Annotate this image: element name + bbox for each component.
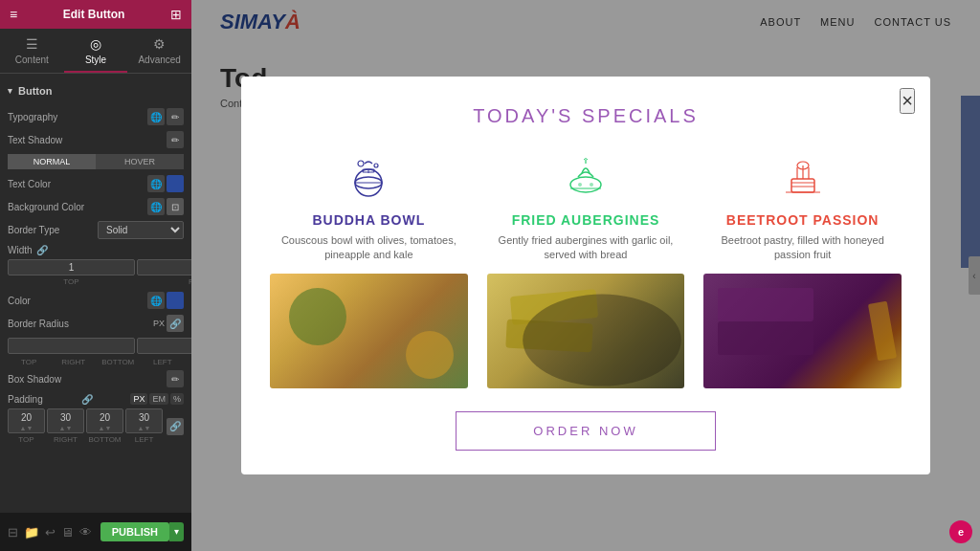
footer-icons: ⊟ 📁 ↩ 🖥 👁 (8, 525, 92, 540)
section-title: Button (18, 85, 52, 97)
tab-content-label: Content (15, 55, 49, 65)
beetroot-title: BEETROOT PASSION (726, 212, 880, 228)
modal-close-button[interactable]: × (900, 88, 915, 114)
beetroot-passion-icon (774, 150, 832, 203)
width-top-input[interactable]: 1 (8, 259, 135, 276)
width-right-label: RIGHT (137, 277, 191, 286)
border-radius-top-input[interactable] (8, 338, 135, 354)
padding-header: Padding 🔗 PX EM % (8, 393, 184, 405)
advanced-icon: ⚙ (153, 36, 166, 52)
border-radius-unit: PX (153, 319, 165, 328)
panel-footer: ⊟ 📁 ↩ 🖥 👁 PUBLISH ▾ (0, 513, 191, 551)
panel-title: Edit Button (63, 8, 125, 21)
text-shadow-edit-btn[interactable]: ✏ (167, 131, 184, 148)
padding-top-label: TOP (8, 435, 45, 444)
special-item-aubergines: FRIED AUBERGINES Gently fried aubergines… (487, 150, 685, 389)
border-type-label: Border Type (8, 225, 59, 235)
eye-icon[interactable]: 👁 (79, 525, 92, 540)
publish-button[interactable]: PUBLISH (100, 522, 169, 541)
aubergines-title: FRIED AUBERGINES (512, 212, 660, 228)
border-type-select[interactable]: Solid Dashed Dotted None (98, 221, 184, 239)
tab-advanced[interactable]: ⚙ Advanced (127, 29, 191, 73)
elementor-badge[interactable]: e (949, 520, 972, 543)
hamburger-icon[interactable]: ≡ (10, 7, 17, 22)
padding-left-input[interactable] (127, 410, 161, 425)
undo-icon[interactable]: ↩ (45, 525, 56, 540)
beetroot-image (703, 274, 902, 388)
state-toggle: NORMAL HOVER (8, 154, 184, 169)
svg-point-4 (358, 161, 364, 166)
normal-toggle[interactable]: NORMAL (8, 154, 96, 169)
special-item-beetroot: BEETROOT PASSION Beetroot pastry, filled… (703, 150, 902, 389)
text-color-swatch[interactable] (167, 175, 184, 192)
padding-top-input[interactable] (10, 410, 43, 425)
hover-toggle[interactable]: HOVER (96, 154, 184, 169)
padding-unit-pct[interactable]: % (170, 393, 184, 405)
panel-tabs: ☰ Content ◎ Style ⚙ Advanced (0, 29, 191, 74)
width-right-input[interactable]: 1 (137, 259, 191, 276)
svg-point-9 (578, 183, 582, 187)
border-radius-right-input[interactable] (137, 338, 191, 354)
svg-point-10 (590, 183, 593, 187)
width-label: Width (8, 245, 33, 255)
beetroot-desc: Beetroot pastry, filled with honeyed pas… (703, 233, 902, 263)
box-shadow-edit-btn[interactable]: ✏ (167, 370, 184, 387)
svg-rect-12 (791, 179, 814, 192)
section-arrow-icon: ▾ (8, 86, 12, 96)
aubergines-desc: Gently fried aubergines with garlic oil,… (487, 233, 685, 263)
bg-color-label: Background Color (8, 202, 145, 212)
padding-unit-px[interactable]: PX (130, 393, 147, 405)
order-now-button[interactable]: ORDER NOW (456, 411, 715, 451)
style-icon: ◎ (90, 36, 101, 52)
publish-group: PUBLISH ▾ (100, 522, 184, 541)
left-panel: ≡ Edit Button ⊞ ☰ Content ◎ Style ⚙ Adva… (0, 0, 191, 551)
br-left-label: LEFT (142, 358, 185, 366)
content-icon: ☰ (26, 36, 38, 52)
padding-link-icon: 🔗 (81, 394, 93, 405)
color-swatch[interactable] (167, 292, 184, 309)
special-item-buddha: BUDDHA BOWL Couscous bowl with olives, t… (270, 150, 468, 389)
width-top-label: TOP (8, 277, 135, 286)
fried-aubergines-icon (557, 150, 614, 203)
tab-style[interactable]: ◎ Style (64, 29, 128, 73)
section-button: ▾ Button (8, 81, 184, 100)
typography-edit-btn[interactable]: ✏ (167, 108, 184, 125)
color-globe-btn[interactable]: 🌐 (147, 292, 165, 309)
width-section: Width 🔗 1 1 1 1 TOP RIGHT BOTTOM LEFT (8, 245, 184, 286)
link-icon: 🔗 (36, 245, 48, 255)
device-icon[interactable]: 🖥 (61, 525, 74, 540)
text-color-globe-btn[interactable]: 🌐 (147, 175, 165, 192)
bg-color-globe-btn[interactable]: 🌐 (147, 198, 165, 215)
folder-icon[interactable]: 📁 (24, 525, 39, 540)
text-color-label: Text Color (8, 179, 145, 189)
padding-label: Padding (8, 394, 43, 405)
border-radius-label: Border Radius (8, 319, 153, 329)
padding-right-input[interactable] (49, 410, 82, 425)
panel-header: ≡ Edit Button ⊞ (0, 0, 191, 29)
padding-bottom-label: BOTTOM (86, 435, 123, 444)
specials-grid: BUDDHA BOWL Couscous bowl with olives, t… (270, 150, 902, 389)
publish-dropdown-btn[interactable]: ▾ (169, 522, 184, 541)
padding-link-btn[interactable]: 🔗 (167, 418, 184, 435)
bg-color-clear-btn[interactable]: ⊡ (167, 198, 184, 215)
padding-right-label: RIGHT (47, 435, 84, 444)
bg-color-row: Background Color 🌐 ⊡ (8, 198, 184, 215)
typography-label: Typography (8, 112, 145, 122)
text-color-row: Text Color 🌐 (8, 175, 184, 192)
aubergines-image (487, 274, 685, 388)
order-button-row: ORDER NOW (270, 411, 902, 451)
layer-icon[interactable]: ⊟ (8, 525, 18, 540)
typography-globe-btn[interactable]: 🌐 (147, 108, 165, 125)
text-shadow-row: Text Shadow ✏ (8, 131, 184, 148)
box-shadow-row: Box Shadow ✏ (8, 370, 184, 387)
border-type-row: Border Type Solid Dashed Dotted None (8, 221, 184, 239)
padding-unit-em[interactable]: EM (149, 393, 168, 405)
svg-point-7 (570, 177, 601, 192)
tab-advanced-label: Advanced (138, 55, 180, 65)
tab-content[interactable]: ☰ Content (0, 29, 64, 73)
grid-icon[interactable]: ⊞ (170, 7, 182, 22)
modal-title: TODAY'S SPECIALS (270, 105, 902, 127)
border-radius-link-btn[interactable]: 🔗 (167, 315, 184, 332)
padding-bottom-input[interactable] (88, 410, 122, 425)
typography-row: Typography 🌐 ✏ (8, 108, 184, 125)
